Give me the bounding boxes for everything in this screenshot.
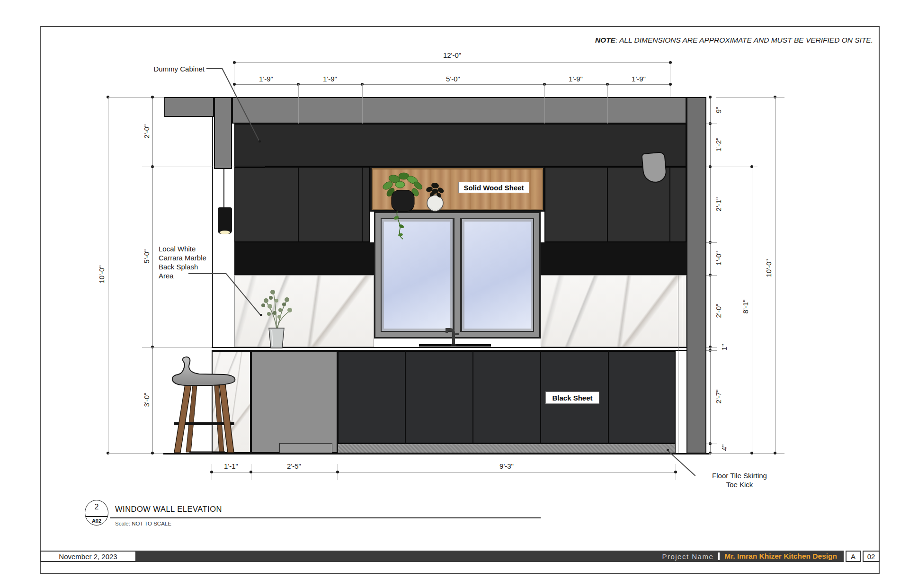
upper-door-divider [298, 167, 299, 242]
black-sheet-tag: Black Sheet [545, 392, 599, 404]
dim-dot [250, 471, 252, 473]
footer-bar: Project Name Mr. Imran Khizer Kitchen De… [136, 551, 844, 562]
shelf-plants [376, 171, 454, 240]
general-note: NOTE: ALL DIMENSIONS ARE APPROXIMATE AND… [595, 36, 873, 45]
dim-right-seg-4: 2'-0" [714, 296, 722, 326]
dim-bottom-seg-2: 9'-3" [490, 462, 523, 470]
leader-line [188, 273, 226, 274]
note-label: NOTE [595, 36, 615, 44]
pendant-light [218, 207, 232, 234]
view-title-rule [110, 517, 541, 518]
dim-right-seg-3: 1'-0" [714, 243, 722, 274]
dim-ext [544, 84, 545, 124]
dim-top-seg-3: 1'-9" [559, 75, 592, 83]
floor-tile-callout: Floor Tile Skirting Toe Kick [697, 471, 782, 489]
window-mullion [454, 218, 461, 332]
base-door-divider [540, 351, 541, 444]
dim-ext [706, 167, 758, 167]
pendant-cord [223, 169, 224, 208]
dim-dot [233, 61, 236, 64]
upper-door-divider [669, 167, 670, 242]
footer-revision: A [851, 552, 856, 561]
solid-wood-sheet-label: Solid Wood Sheet [463, 184, 524, 192]
backsplash-marble-right [541, 275, 686, 347]
dim-right-seg-7: 4" [720, 433, 728, 463]
dim-top-seg-1: 1'-9" [313, 75, 347, 83]
dim-dot [669, 83, 672, 86]
dim-right-seg-5: 1" [720, 332, 728, 363]
dim-left-seg-1: 5'-0" [143, 241, 151, 272]
wall-gap-line [682, 275, 682, 454]
dim-dot [336, 471, 339, 473]
dim-dot [233, 83, 236, 86]
detail-bubble-divider [86, 516, 107, 517]
dim-ext [706, 444, 717, 444]
footer-sheet-box: 02 [863, 551, 880, 562]
dim-right-total: 10'-0" [765, 253, 773, 284]
dim-line-left-total [108, 97, 108, 454]
dim-line-top-segments [234, 84, 670, 85]
backsplash-line-2: Carrara Marble [159, 253, 220, 262]
scale-value: NOT TO SCALE [132, 521, 171, 526]
black-band-left [234, 242, 374, 275]
wall-gap-line [678, 275, 678, 454]
dim-dot [774, 452, 776, 454]
dim-line-top-total [234, 62, 670, 63]
dim-top-seg-0: 1'-9" [250, 75, 283, 83]
upper-door-divider [362, 167, 363, 242]
dim-dot [151, 96, 154, 98]
detail-sheet-ref: A02 [85, 518, 108, 524]
footer-project-label: Project Name [662, 552, 713, 561]
dim-left-total: 10'-0" [98, 259, 106, 290]
backsplash-line-3: Back Splash [159, 262, 220, 271]
drawing-sheet: NOTE: ALL DIMENSIONS ARE APPROXIMATE AND… [0, 0, 909, 588]
dim-ext [298, 84, 299, 124]
dim-ext [706, 347, 717, 347]
view-title: WINDOW WALL ELEVATION [115, 505, 222, 514]
dummy-soffit-column [214, 97, 232, 169]
dummy-cabinet-callout: Dummy Cabinet [150, 64, 205, 73]
dim-ext [706, 275, 717, 276]
dim-line-bottom [212, 472, 676, 472]
floor-line [163, 453, 709, 454]
dim-ext [607, 84, 608, 124]
upper-cabinet-right [544, 167, 686, 242]
leader-line [206, 68, 223, 69]
dim-line-right-span [752, 167, 752, 453]
dim-dot [750, 165, 753, 168]
backsplash-line-1: Local White [159, 244, 220, 253]
soffit-band [232, 97, 686, 124]
note-text: : ALL DIMENSIONS ARE APPROXIMATE AND MUS… [615, 36, 873, 44]
toe-kick [338, 444, 676, 453]
dim-ext [716, 97, 784, 98]
floor-tile-line-2: Toe Kick [697, 480, 782, 489]
peninsula-gray-cabinet [251, 351, 338, 453]
dim-ext [108, 97, 164, 98]
base-door-divider [405, 351, 406, 444]
dim-dot [709, 96, 712, 98]
dummy-cabinet-band [234, 124, 686, 167]
base-door-divider [608, 351, 609, 444]
dim-top-seg-4: 1'-9" [622, 75, 655, 83]
footer-separator [718, 552, 720, 560]
dim-right-seg-0: 9" [714, 95, 722, 125]
leader-dot [260, 314, 262, 316]
right-wall-column [686, 97, 706, 454]
base-cabinets [338, 351, 676, 444]
dim-right-seg-1: 1'-2" [714, 130, 722, 160]
dim-ext [108, 453, 163, 454]
dim-top-seg-2: 5'-0" [437, 75, 470, 83]
dim-line-right-total [775, 97, 775, 454]
base-door-divider [472, 351, 473, 444]
dim-dot [674, 471, 677, 473]
pendant-glow [220, 231, 230, 234]
footer-project-name: Mr. Imran Khizer Kitchen Design [724, 552, 837, 561]
window-pane-right [461, 218, 534, 332]
black-band-right [541, 242, 686, 275]
dim-left-seg-2: 3'-0" [143, 385, 151, 415]
dim-ext [142, 167, 265, 167]
dim-right-seg-2: 2'-1" [714, 189, 722, 220]
view-scale: Scale: NOT TO SCALE [115, 521, 171, 526]
peninsula-notch [279, 443, 332, 453]
dim-line-left-segments [152, 97, 153, 454]
